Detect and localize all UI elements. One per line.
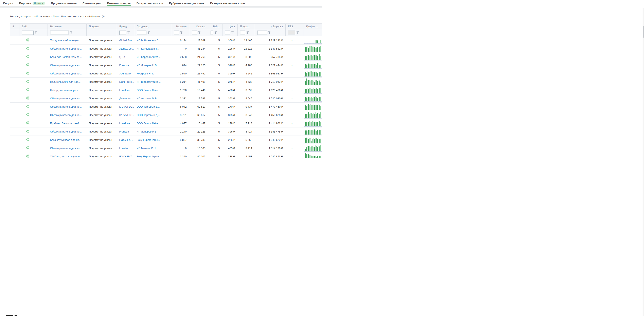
seller-link[interactable]: ИП Шарафутдино...	[137, 80, 161, 83]
tab-voronka[interactable]: ВоронкаНовинка!	[19, 0, 45, 6]
product-name-link[interactable]: База для ногтей гель ла...	[50, 56, 82, 58]
col-header-seller[interactable]: Продавец	[134, 24, 171, 29]
share-icon[interactable]	[26, 146, 29, 150]
share-icon[interactable]	[26, 38, 29, 42]
brand-link[interactable]: Francua	[119, 64, 129, 67]
filter-funnel-icon[interactable]	[296, 31, 299, 34]
filter-revenue-input[interactable]	[257, 30, 267, 35]
seller-link[interactable]: Foxy Expert Акрил...	[137, 155, 161, 158]
seller-link[interactable]: ИП Кунчугаров Т...	[137, 47, 159, 50]
product-name-link[interactable]: Обезжириватель для но...	[50, 105, 82, 108]
seller-link[interactable]: ИП Антонов М В	[137, 97, 157, 100]
share-icon[interactable]	[26, 154, 29, 158]
seller-link[interactable]: ООО Бьюти Лайн	[137, 88, 158, 92]
brand-link[interactable]: QTiX	[119, 56, 125, 58]
brand-link[interactable]: D'EVA FLO...	[119, 114, 134, 116]
col-header-price[interactable]: Цена	[222, 24, 238, 29]
brand-link[interactable]: JOY NOW	[119, 72, 132, 75]
filter-funnel-icon[interactable]	[246, 31, 249, 34]
filter-price-input[interactable]	[225, 30, 230, 35]
col-header-chart[interactable]: График ...	[304, 24, 322, 29]
filter-sku-input[interactable]	[22, 30, 34, 35]
filter-name-input[interactable]	[50, 30, 69, 35]
seller-link[interactable]: ИП М Ниазвали С...	[137, 39, 161, 42]
brand-link[interactable]: Lonstin	[119, 147, 128, 150]
col-header-sku[interactable]: SKU	[20, 24, 48, 29]
brand-link[interactable]: Xtend.Cos...	[119, 47, 134, 50]
product-name-link[interactable]: Обезжириватель для но...	[50, 130, 82, 133]
filter-funnel-icon[interactable]	[268, 31, 270, 34]
filter-stock-input[interactable]	[174, 30, 179, 35]
brand-link[interactable]: Francua	[119, 130, 129, 133]
product-name-link[interactable]: Обезжириватель для но...	[50, 97, 82, 100]
col-header-subject[interactable]: Предмет	[86, 24, 117, 29]
seller-link[interactable]: ИП Мокеев С Н	[137, 147, 156, 150]
share-icon[interactable]	[26, 130, 29, 133]
share-icon[interactable]	[26, 121, 29, 124]
col-header-rating[interactable]: Рей...	[208, 24, 222, 29]
filter-funnel-icon[interactable]	[70, 31, 72, 34]
col-header-fbs[interactable]: FBS	[286, 24, 304, 29]
share-icon[interactable]	[26, 72, 29, 75]
share-icon[interactable]	[26, 113, 29, 116]
share-icon[interactable]	[26, 46, 29, 50]
product-name-link[interactable]: Набор для маникюра и ...	[50, 88, 81, 92]
filter-brand-input[interactable]	[119, 30, 126, 35]
share-icon[interactable]	[26, 63, 29, 66]
seller-link[interactable]: ИП Лопарев Н В	[137, 64, 157, 67]
filter-sales-input[interactable]	[240, 30, 245, 35]
product-name-link[interactable]: Праймер Бескислотный...	[50, 122, 82, 125]
col-header-sales[interactable]: Прода...	[238, 24, 255, 29]
brand-link[interactable]: Дешевле....	[119, 97, 134, 100]
seller-link[interactable]: ИП Кардаш Ангел...	[137, 56, 160, 58]
help-icon[interactable]: ?	[102, 15, 105, 18]
filter-funnel-icon[interactable]	[128, 31, 130, 34]
filter-funnel-icon[interactable]	[148, 31, 150, 34]
col-header-brand[interactable]: Бренд	[117, 24, 134, 29]
product-name-link[interactable]: Полигель №01 для нар...	[50, 80, 81, 83]
tab-pohozhie-tovary[interactable]: Похожие товары	[107, 0, 131, 6]
brand-link[interactable]: LunaLine	[119, 88, 130, 92]
tab-samovykupy[interactable]: Самовыкупы	[82, 0, 101, 6]
product-name-link[interactable]: УФ Гель для наращиван...	[50, 155, 82, 158]
share-icon[interactable]	[26, 104, 29, 108]
seller-link[interactable]: ООО Бьюти Лайн	[137, 122, 158, 125]
tab-prodazhi-i-zakazy[interactable]: Продажи и заказы	[51, 0, 77, 6]
col-header-stock[interactable]: Наличие	[171, 24, 189, 29]
brand-link[interactable]: SUN Profe...	[119, 80, 134, 83]
filter-seller-input[interactable]	[137, 30, 146, 35]
brand-link[interactable]: LunaLine	[119, 122, 130, 125]
share-icon[interactable]	[26, 80, 29, 83]
col-header-photo[interactable]: Ф	[10, 24, 20, 29]
filter-rating-input[interactable]	[210, 30, 214, 35]
filter-funnel-icon[interactable]	[232, 31, 234, 34]
filter-funnel-icon[interactable]	[180, 31, 182, 34]
seller-link[interactable]: ООО Торговый Д...	[137, 105, 160, 108]
share-icon[interactable]	[26, 88, 29, 92]
seller-link[interactable]: Кострова Н. Г.	[137, 72, 154, 75]
tab-geografiya-zakazov[interactable]: География заказов	[136, 0, 163, 6]
product-name-link[interactable]: Обезжириватель для но...	[50, 47, 82, 50]
brand-link[interactable]: Global Fas...	[119, 39, 134, 42]
share-icon[interactable]	[26, 138, 29, 141]
brand-link[interactable]: FOXY EXP...	[119, 138, 134, 142]
filter-funnel-icon[interactable]	[214, 31, 217, 34]
share-icon[interactable]	[26, 96, 29, 100]
share-icon[interactable]	[26, 55, 29, 58]
tab-rubriki-i-pozicii[interactable]: Рубрики и позиции в них	[169, 0, 204, 6]
product-name-link[interactable]: Обезжириватель для но...	[50, 72, 82, 75]
product-name-link[interactable]: Обезжириватель для но...	[50, 114, 82, 116]
filter-funnel-icon[interactable]	[198, 31, 200, 34]
filter-reviews-input[interactable]	[192, 30, 197, 35]
seller-link[interactable]: ООО Торговый Д...	[137, 114, 160, 116]
filter-funnel-icon[interactable]	[35, 31, 37, 34]
seller-link[interactable]: Foxy Expert Топы ...	[137, 138, 160, 142]
seller-link[interactable]: ИП Лопарев Н В	[137, 130, 157, 133]
product-name-link[interactable]: База каучуковая для но...	[50, 138, 81, 142]
col-header-name[interactable]: Название	[48, 24, 86, 29]
product-name-link[interactable]: Обезжириватель для но...	[50, 147, 82, 150]
col-header-revenue[interactable]: ↓ Выручка	[255, 24, 286, 29]
tab-svodka[interactable]: Сводка	[3, 0, 13, 6]
brand-link[interactable]: D'EVA FLO...	[119, 105, 134, 108]
col-header-reviews[interactable]: Отзывы	[189, 24, 208, 29]
